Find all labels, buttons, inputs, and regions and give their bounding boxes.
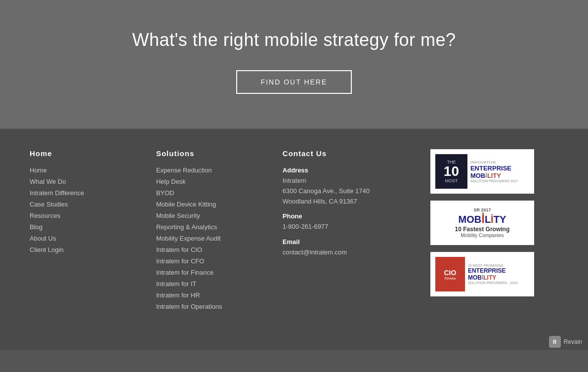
footer-link-mobile-security[interactable]: Mobile Security [156, 212, 263, 219]
contact-email-label: Email [283, 238, 411, 246]
footer-link-client-login[interactable]: Client Login [30, 246, 136, 253]
badge1-ten: 10 [444, 165, 459, 178]
revain-label: Revain [564, 338, 582, 345]
find-out-here-button[interactable]: FIND OUT HERE [236, 70, 352, 94]
footer-link-intratem-finance[interactable]: Intratem for Finance [156, 269, 263, 276]
footer-solutions-heading: Solutions [156, 149, 263, 158]
footer-link-blog[interactable]: Blog [30, 223, 136, 231]
contact-email: contact@intratem.com [283, 248, 411, 258]
badge2-inner: SR 2017 MOBİLİTY 10 Fastest Growing Mobi… [435, 206, 529, 240]
footer-contact-col: Contact Us Address Intratem 6300 Canoga … [283, 149, 411, 314]
footer-home-heading: Home [30, 149, 136, 158]
badge3-right: 20 MOST PROMISING ENTERPRISE MOBİLITY SO… [465, 262, 529, 287]
badge3-promising: 20 MOST PROMISING [468, 264, 526, 267]
footer-badges-col: THE 10 MOST INNOVATIVE ENTERPRISE MOBİLI… [430, 149, 558, 314]
badge3-mobility: MOBİLITY [468, 274, 526, 281]
hero-section: What's the right mobile strategy for me?… [0, 0, 588, 128]
badge3-solution: SOLUTION PROVIDERS - 2016 [468, 281, 526, 285]
badge1-innovative: INNOVATIVE [470, 160, 526, 165]
footer: Home Home What We Do Intratem Difference… [0, 129, 588, 334]
footer-solutions-col: Solutions Expense Reduction Help Desk BY… [156, 149, 263, 314]
badge1-left: THE 10 MOST [435, 154, 467, 189]
badge3-cio: CIO [444, 269, 456, 277]
footer-link-reporting-analytics[interactable]: Reporting & Analytics [156, 223, 263, 231]
badge3-inner: CIO Review 20 MOST PROMISING ENTERPRISE … [435, 257, 529, 291]
contact-phone-label: Phone [283, 212, 411, 220]
badge-innovative-enterprise: THE 10 MOST INNOVATIVE ENTERPRISE MOBİLI… [430, 149, 534, 194]
footer-link-about-us[interactable]: About Us [30, 235, 136, 242]
footer-link-mobile-device-kitting[interactable]: Mobile Device Kitting [156, 201, 263, 208]
badge1-most: MOST [445, 178, 458, 183]
badge2-companies: Mobility Companies [455, 233, 510, 238]
badge-cio-review: CIO Review 20 MOST PROMISING ENTERPRISE … [430, 252, 534, 296]
footer-link-expense-reduction[interactable]: Expense Reduction [156, 166, 263, 174]
footer-link-intratem-it[interactable]: Intratem for IT [156, 280, 263, 288]
badge2-mobility: MOBİLİTY [455, 212, 510, 225]
footer-link-byod[interactable]: BYOD [156, 189, 263, 197]
footer-link-intratem-cio[interactable]: Intratem for CIO [156, 246, 263, 253]
badge2-10: 10 Fastest Growing [455, 226, 510, 233]
footer-link-case-studies[interactable]: Case Studies [30, 201, 136, 208]
badge-fastest-growing: SR 2017 MOBİLİTY 10 Fastest Growing Mobi… [430, 201, 534, 245]
badge3-review: Review [444, 277, 456, 280]
footer-link-help-desk[interactable]: Help Desk [156, 178, 263, 185]
footer-home-col: Home Home What We Do Intratem Difference… [30, 149, 136, 314]
badge1-mobility: MOBİLITY [470, 172, 526, 179]
revain-bar: R Revain [0, 334, 588, 350]
badge3-enterprise: ENTERPRISE [468, 267, 526, 274]
revain-icon: R [549, 336, 561, 348]
contact-phone: 1-800-261-6977 [283, 222, 411, 232]
badge1-enterprise: ENTERPRISE [470, 165, 526, 172]
footer-link-intratem-cfo[interactable]: Intratem for CFO [156, 257, 263, 265]
footer-link-mobility-expense-audit[interactable]: Mobility Expense Audit [156, 235, 263, 242]
footer-contact-heading: Contact Us [283, 149, 411, 158]
badge3-left: CIO Review [435, 257, 465, 291]
footer-link-resources[interactable]: Resources [30, 212, 136, 219]
contact-address-label: Address [283, 166, 411, 174]
hero-heading: What's the right mobile strategy for me? [10, 30, 578, 50]
badge1-solution: SOLUTION PROVIDERS 2017 [470, 179, 526, 183]
footer-link-intratem-hr[interactable]: Intratem for HR [156, 291, 263, 299]
footer-link-intratem-difference[interactable]: Intratem Difference [30, 189, 136, 197]
badge1-right: INNOVATIVE ENTERPRISE MOBİLITY SOLUTION … [467, 158, 529, 185]
contact-company: Intratem 6300 Canoga Ave., Suite 1740 Wo… [283, 176, 411, 207]
footer-link-what-we-do[interactable]: What We Do [30, 178, 136, 185]
footer-link-home[interactable]: Home [30, 166, 136, 174]
footer-link-intratem-operations[interactable]: Intratem for Operations [156, 303, 263, 310]
